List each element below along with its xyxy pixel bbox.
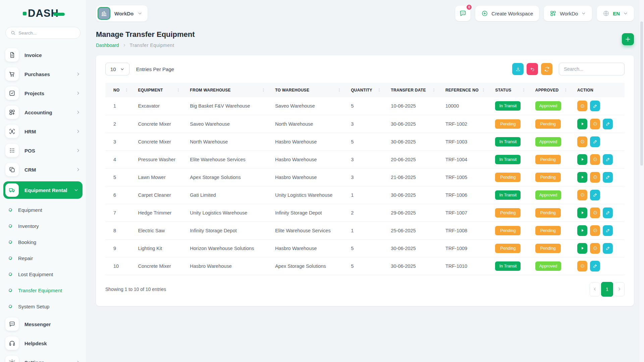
column-header-from-warehouse[interactable]: FROM WAREHOUSE [190,83,275,97]
column-header-status[interactable]: STATUS [495,83,535,97]
view-button[interactable] [590,119,600,129]
cell-quantity: 1 [351,186,391,204]
eye-icon [593,246,598,251]
column-header-equipment[interactable]: EQUIPMENT [138,83,190,97]
language-selector[interactable]: EN [597,6,634,21]
sidebar-subitem-booking[interactable]: Booking [9,236,80,248]
sidebar-item-settings[interactable]: Settings [5,355,80,362]
view-button[interactable] [577,136,587,147]
sidebar-item-pos[interactable]: POS [5,143,80,158]
column-header-approved[interactable]: APPROVED [535,83,577,97]
column-header-reference-no[interactable]: REFERENCE NO [445,83,495,97]
undo-button[interactable] [527,63,538,75]
sidebar-subitem-inventory[interactable]: Inventory [9,220,80,232]
cell-to-warehouse: Saveo Warehouse [275,97,351,115]
cell-transfer-date: 30-06-2025 [391,186,445,204]
sidebar-item-equipment-rental[interactable]: Equipment Rental [3,181,83,199]
sidebar-subitem-transfer-equipment[interactable]: Transfer Equipment [9,285,80,296]
sidebar-item-purchases[interactable]: Purchases [5,67,80,81]
edit-button[interactable] [590,101,600,111]
edit-button[interactable] [590,136,600,147]
play-button[interactable] [577,243,587,254]
entries-per-page-select[interactable]: 10 [105,63,129,75]
view-button[interactable] [577,190,587,200]
sort-icon[interactable] [377,88,381,92]
sort-icon[interactable] [261,88,266,92]
edit-button[interactable] [590,190,600,200]
play-button[interactable] [577,207,587,218]
sort-icon[interactable] [481,88,486,92]
logo-dash-icon [53,13,65,16]
page-1-button[interactable]: 1 [601,282,613,297]
messages-badge: 0 [466,4,472,10]
download-button[interactable] [512,63,524,75]
cell-quantity: 5 [351,257,391,275]
sort-icon[interactable] [176,88,180,92]
view-button[interactable] [590,225,600,236]
scrollbar-thumb[interactable] [640,21,643,166]
prev-page-button[interactable] [590,282,600,296]
cell-status: Pending [495,222,535,239]
play-button[interactable] [577,172,587,183]
edit-button[interactable] [590,261,600,272]
sidebar-item-hrm[interactable]: HRM [5,124,80,139]
view-button[interactable] [577,261,587,272]
sidebar-item-messenger[interactable]: Messenger [5,317,80,331]
view-button[interactable] [577,101,587,111]
edit-button[interactable] [603,154,613,165]
gear-icon [5,356,19,362]
column-header-quantity[interactable]: QUANTITY [351,83,391,97]
view-button[interactable] [590,154,600,165]
page-scrollbar[interactable] [639,0,644,362]
add-transfer-button[interactable] [622,33,634,45]
view-button[interactable] [590,243,600,254]
next-page-button[interactable] [614,282,625,296]
edit-button[interactable] [603,172,613,183]
messages-button[interactable]: 0 [455,6,471,21]
sort-icon[interactable] [432,88,436,92]
edit-button[interactable] [603,207,613,218]
view-button[interactable] [590,207,600,218]
sidebar-subitem-lost-equipment[interactable]: Lost Equipment [9,268,80,280]
sidebar-subitem-label: Booking [18,239,36,245]
play-button[interactable] [577,119,587,129]
workspace-selector[interactable]: WorkDo [96,5,148,21]
play-button[interactable] [577,154,587,165]
sort-icon[interactable] [522,88,526,92]
sidebar-search-input[interactable] [18,31,75,36]
edit-button[interactable] [603,243,613,254]
edit-button[interactable] [603,225,613,236]
sidebar-item-helpdesk[interactable]: Helpdesk [5,336,80,351]
brand-logo[interactable]: DASH [23,7,80,19]
edit-button[interactable] [603,119,613,129]
sidebar-subitem-system-setup[interactable]: System Setup [9,301,80,312]
sidebar-item-accounting[interactable]: Accounting [5,105,80,120]
column-header-to-warehouse[interactable]: TO WAREHOUSE [275,83,351,97]
sort-icon[interactable] [564,88,568,92]
sort-icon[interactable] [337,88,341,92]
status-badge: Pending [495,226,521,235]
sort-icon[interactable] [124,88,129,92]
cell-reference-no: TRF-1009 [445,239,495,257]
refresh-button[interactable] [541,63,552,75]
sidebar-item-crm[interactable]: CRM [5,162,80,177]
file-icon [5,48,19,62]
sidebar-subitem-equipment[interactable]: Equipment [9,204,80,216]
column-header-transfer-date[interactable]: TRANSFER DATE [391,83,445,97]
bullet-icon [8,256,13,260]
view-button[interactable] [590,172,600,183]
sidebar-item-invoice[interactable]: Invoice [5,48,80,62]
play-button[interactable] [577,225,587,236]
column-header-no[interactable]: NO [105,83,138,97]
eye-icon [593,157,598,162]
chevron-right-icon [76,91,80,96]
bullet-icon [8,288,13,293]
sidebar-subitem-repair[interactable]: Repair [9,252,80,264]
workdo-menu-button[interactable]: WorkDo [544,6,592,21]
sidebar-item-projects[interactable]: Projects [5,86,80,101]
breadcrumb-dashboard-link[interactable]: Dashboard [96,43,119,48]
table-search-input[interactable] [559,63,625,75]
create-workspace-button[interactable]: Create Workspace [475,6,539,21]
sidebar: DASH InvoicePurchasesProjectsAccountingH… [0,0,86,362]
cell-no: 7 [105,204,138,222]
